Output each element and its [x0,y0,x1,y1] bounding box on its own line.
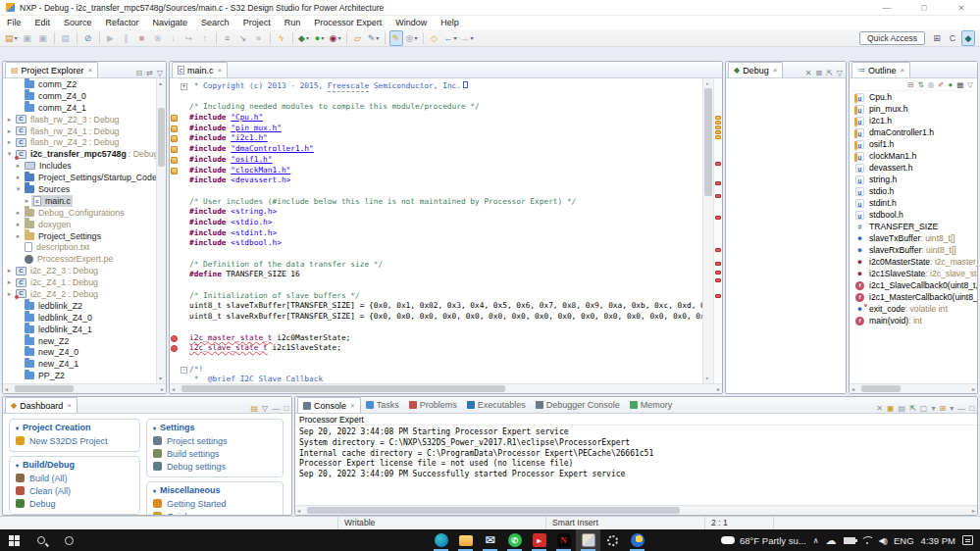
collapsed-arrow-icon[interactable]: ▸ [5,138,14,146]
close-icon[interactable]: × [67,401,72,410]
code-line[interactable]: #define TRANSFER_SIZE 16 [170,270,702,280]
display-selected-icon[interactable]: ▢ [920,404,928,413]
tree-item-flash_rw_z4_1[interactable]: ▸Cflash_rw_Z4_1: Debug [3,125,156,137]
view-menu-icon[interactable]: ▽ [967,80,973,89]
cpp-perspective-button[interactable]: C [946,30,959,46]
code-line[interactable]: #include <stdbool.h> [170,238,702,249]
new-wizard-button[interactable]: ▤▾ [4,30,19,46]
error-marker[interactable] [715,294,721,298]
build-settings-link[interactable]: Build settings [153,447,277,460]
tab-problems[interactable]: Problems [404,397,462,413]
quick-access-button[interactable]: Quick Access [859,31,925,45]
console-hscrollbar[interactable]: ◂ ▸ [295,505,977,515]
outline-item-dmacontroller1-h[interactable]: udmaController1.h [850,126,977,138]
tree-item-ledblink_z4_1[interactable]: ledblink_Z4_1 [3,324,156,335]
tree-item-ledblink_z2[interactable]: ledblink_Z2 [3,300,156,312]
outline-item-slavetxbuffer[interactable]: ●slaveTxBuffer : uint8_t[] [850,232,977,244]
outline-item-stdbool-h[interactable]: ustdbool.h [850,209,977,221]
tree-item-new_z4_1[interactable]: new_Z4_1 [3,358,156,370]
outline-item-stdio-h[interactable]: ustdio.h [850,185,977,197]
tree-item-comm_z4_1[interactable]: comm_Z4_1 [3,102,156,114]
code-line[interactable]: #include "osif1.h" [170,155,702,166]
code-line[interactable]: /* Initialization of slave buffers */ [170,291,702,302]
close-icon[interactable]: × [901,66,905,75]
last-edit-location-button[interactable]: ◇ [428,30,441,46]
tree-item-new_z4_0[interactable]: new_Z4_0 [3,346,156,358]
console-output[interactable]: Sep 20, 2022 3:44:08 PM Starting Process… [299,427,975,503]
s32-design-studio-taskbar-button[interactable] [576,529,600,551]
tab-outline[interactable]: ≔ Outline× [851,62,910,77]
overview-ruler[interactable] [713,78,722,383]
collapsed-arrow-icon[interactable]: ▸ [5,278,14,286]
collapsed-arrow-icon[interactable]: ▸ [14,162,23,170]
editor-hscrollbar[interactable]: ◂ ▸ [170,383,722,393]
battery-icon[interactable] [844,537,855,544]
debug-perspective-button[interactable]: ◆ [961,30,975,46]
project-explorer-vscrollbar[interactable]: ▴ ▾ [156,78,166,383]
code-line[interactable]: + * Copyright (c) 2013 - 2015, Freescale… [170,81,702,92]
clock[interactable]: 4:39 PM [921,535,955,546]
maximize-button[interactable]: □ [905,0,943,15]
whatsapp-taskbar-button[interactable]: ✆ [502,529,527,551]
taskbar-search-icon[interactable] [27,529,55,551]
error-marker[interactable] [715,162,721,166]
tab-tasks[interactable]: Tasks [361,397,404,413]
menu-edit[interactable]: Edit [28,18,58,27]
tray-chevron-icon[interactable]: ∧ [813,536,819,545]
collapsed-arrow-icon[interactable]: ▸ [14,174,23,181]
close-icon[interactable]: × [218,66,223,75]
tree-item-i2c_z4_1[interactable]: ▸Ci2c_Z4_1: Debug [3,276,156,288]
collapse-all-icon[interactable]: ⊟ [135,69,142,77]
code-line[interactable]: #include <string.h> [170,207,702,218]
tab-memory[interactable]: Memory [625,397,678,413]
tree-item-comm_z2[interactable]: comm_Z2 [3,78,156,90]
tree-item-pp_z2[interactable]: PP_Z2 [3,370,156,381]
getting-started-link[interactable]: Getting Started [153,497,277,510]
tree-item-i2c_z2_3[interactable]: ▸Ci2c_Z2_3: Debug [3,265,156,276]
s32ds-compass-taskbar-button[interactable] [625,529,649,551]
code-line[interactable]: uint8_t slaveRxBuffer[TRANSFER_SIZE] = {… [170,312,702,323]
editor-vscrollbar[interactable]: ▴ ▾ [702,78,713,383]
code-line[interactable]: #include <stdio.h> [170,218,702,228]
error-marker[interactable] [715,181,721,185]
view-menu-icon[interactable]: ▽ [837,69,843,77]
open-icon[interactable]: ▤ [250,404,258,413]
close-icon[interactable]: × [88,66,93,75]
tree-item-doxygen[interactable]: ▸doxygen [3,219,156,230]
instruction-stepping-button[interactable]: ≡ [221,30,234,46]
display-selected-dd-icon[interactable]: ▾ [931,404,935,413]
link-with-editor-icon[interactable]: ⇄ [146,69,153,77]
collapsed-arrow-icon[interactable]: ▸ [23,197,31,205]
cortana-icon[interactable] [55,529,82,551]
settings-taskbar-button[interactable] [600,529,625,551]
code-line[interactable]: i2c_slave_state_t i2c1SlaveState; [170,343,702,354]
occurrence-marker[interactable] [715,116,721,120]
section-collapse-icon[interactable]: ▾ [153,425,156,431]
occurrence-marker[interactable] [715,130,721,134]
code-line[interactable]: /* User includes (#include below this li… [170,197,702,208]
open-console-icon[interactable]: ⊞ [939,404,946,413]
weather-widget[interactable]: 68°F Partly su... [721,535,806,546]
tree-item-new_z2[interactable]: new_Z2 [3,335,156,347]
tree-item-sources[interactable]: ▾Sources [3,183,156,195]
edge-taskbar-button[interactable] [429,529,453,551]
close-icon[interactable]: × [350,401,355,410]
menu-run[interactable]: Run [278,18,308,27]
occurrence-marker[interactable] [715,135,721,139]
error-marker[interactable] [715,248,721,252]
project-explorer-hscrollbar[interactable]: ◂ ▸ [3,383,166,393]
tree-item-includes[interactable]: ▸Includes [3,160,156,172]
debug-button[interactable]: ◆▾ [297,30,311,46]
maximize-icon[interactable]: □ [284,404,288,413]
error-marker[interactable] [715,216,721,220]
open-console-dd-icon[interactable]: ▾ [950,404,954,413]
drop-to-frame-button[interactable]: ↘ [236,30,250,46]
mark-occurrences-button[interactable]: ✎ [389,30,403,46]
tree-item-i2c_transfer_mpc5748g[interactable]: ▾Ci2c_transfer_mpc5748g: Debug_FLAS [3,148,156,160]
tree-item-main.c[interactable]: ▸cmain.c [3,195,156,207]
build-all-link[interactable]: Build (All) [16,472,133,484]
profile-button[interactable]: ◉▾ [329,30,342,46]
tab-debugger-console[interactable]: Debugger Console [531,397,625,413]
new-s32ds-project-link[interactable]: New S32DS Project [16,434,133,447]
step-filters-button[interactable]: » [252,30,266,46]
